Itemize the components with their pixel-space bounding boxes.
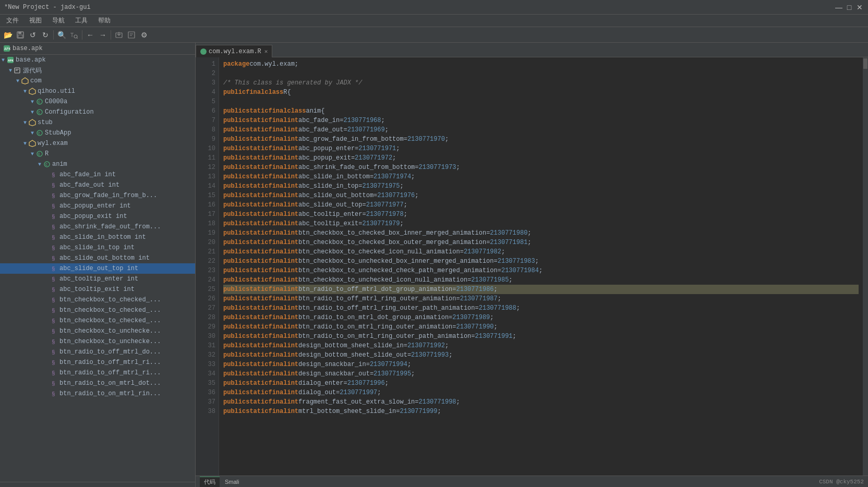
export-button[interactable]: [113, 29, 125, 41]
tree-node-9[interactable]: ▼wyl.exam: [0, 138, 195, 149]
tree-node-27[interactable]: §btn_checkbox_to_unchecke...: [0, 326, 195, 336]
tree-node-14[interactable]: §abc_grow_fade_in_from_b...: [0, 190, 195, 201]
tree-node-32[interactable]: §btn_radio_to_on_mtrl_dot...: [0, 378, 195, 388]
maximize-button[interactable]: □: [845, 3, 853, 11]
sidebar-horizontal-scrollbar[interactable]: [0, 482, 195, 487]
nav-forward-button[interactable]: →: [97, 29, 108, 41]
tree-node-17[interactable]: §abc_shrink_fade_out_from...: [0, 222, 195, 232]
line-number: 35: [196, 379, 215, 388]
tree-node-25[interactable]: §btn_checkbox_to_checked_...: [0, 305, 195, 315]
line-number: 26: [196, 294, 215, 303]
tree-node-6[interactable]: ▼CConfiguration: [0, 107, 195, 117]
tab-close-button[interactable]: ✕: [264, 48, 268, 55]
svg-text:C: C: [38, 100, 40, 104]
tree-node-8[interactable]: ▼CStubApp: [0, 128, 195, 138]
tree-node-label: btn_checkbox_to_checked_...: [59, 317, 161, 324]
svg-text:§: §: [52, 349, 55, 356]
tree-node-icon: §: [50, 171, 58, 179]
svg-rect-2: [18, 35, 22, 38]
tree-node-24[interactable]: §btn_checkbox_to_checked_...: [0, 295, 195, 305]
tree-node-21[interactable]: §abc_slide_out_top int: [0, 263, 195, 274]
tree-node-29[interactable]: §btn_radio_to_off_mtrl_do...: [0, 347, 195, 357]
tree-node-icon: §: [50, 316, 58, 325]
tree-node-arrow: ▼: [37, 162, 43, 167]
tree-node-icon: §: [50, 369, 58, 377]
menu-navigate[interactable]: 导航: [48, 15, 69, 26]
tree-node-label: abc_popup_enter int: [59, 202, 131, 210]
tree-node-icon: §: [50, 358, 58, 367]
tree-node-5[interactable]: ▼CC0000a: [0, 96, 195, 107]
menu-tools[interactable]: 工具: [71, 15, 92, 26]
line-number: 10: [196, 144, 215, 153]
close-button[interactable]: ✕: [855, 3, 864, 11]
tree-node-10[interactable]: ▼CR: [0, 149, 195, 159]
tree-node-23[interactable]: §abc_tooltip_exit int: [0, 284, 195, 295]
tree-node-icon: §: [50, 306, 58, 314]
code-line: public static final int btn_radio_to_on_…: [223, 322, 859, 332]
menu-view[interactable]: 视图: [25, 15, 46, 26]
tree-node-label: 源代码: [23, 66, 42, 75]
tree-node-label: btn_checkbox_to_unchecke...: [59, 327, 161, 335]
code-content[interactable]: package com.wyl.exam; /* This class is g…: [219, 57, 863, 476]
tree-node-1[interactable]: ▼APKbase.apk: [0, 55, 195, 65]
tree-node-icon: §: [50, 285, 58, 294]
tree-node-22[interactable]: §abc_tooltip_enter int: [0, 274, 195, 284]
open-button[interactable]: 📂: [2, 29, 14, 41]
tree-node-26[interactable]: §btn_checkbox_to_checked_...: [0, 315, 195, 326]
tree-node-icon: C: [35, 98, 44, 106]
tree-node-16[interactable]: §abc_popup_exit int: [0, 211, 195, 222]
tree-node-15[interactable]: §abc_popup_enter int: [0, 201, 195, 211]
menu-file[interactable]: 文件: [2, 15, 23, 26]
bottom-bar: 代码 Smali CSDN @cky5252: [196, 476, 868, 487]
right-scrollbar[interactable]: [863, 57, 868, 476]
line-number: 11: [196, 153, 215, 163]
tree-node-30[interactable]: §btn_radio_to_off_mtrl_ri...: [0, 357, 195, 368]
tree-node-label: Configuration: [45, 108, 94, 116]
code-line: public static final int abc_tooltip_ente…: [223, 210, 859, 219]
code-line: public static final int abc_tooltip_exit…: [223, 219, 859, 228]
editor-area: com.wyl.exam.R ✕ 12345678910111213141516…: [196, 43, 868, 487]
tree-node-12[interactable]: §abc_fade_in int: [0, 169, 195, 180]
minimize-button[interactable]: —: [835, 3, 843, 11]
tree-node-4[interactable]: ▼qihoo.util: [0, 86, 195, 96]
reload-button[interactable]: ↺: [27, 29, 39, 41]
tree-node-20[interactable]: §abc_slide_out_bottom int: [0, 253, 195, 263]
redo-button[interactable]: ↻: [40, 29, 51, 41]
tree-node-2[interactable]: ▼源代码: [0, 65, 195, 76]
tree-node-label: qihoo.util: [38, 88, 75, 95]
line-number: 19: [196, 228, 215, 238]
svg-text:§: §: [52, 193, 55, 199]
tree-node-icon: §: [50, 379, 58, 387]
tree-node-arrow: ▼: [29, 151, 35, 157]
code-line: public static final int abc_fade_in = 21…: [223, 116, 859, 125]
bottom-tab-code[interactable]: 代码: [200, 477, 220, 487]
tree-node-31[interactable]: §btn_radio_to_off_mtrl_ri...: [0, 368, 195, 378]
tree-node-7[interactable]: ▼stub: [0, 117, 195, 128]
svg-text:§: §: [52, 224, 55, 230]
save-button[interactable]: [15, 29, 26, 41]
menu-help[interactable]: 帮助: [94, 15, 115, 26]
text-search-button[interactable]: T: [68, 29, 80, 41]
tree-node-3[interactable]: ▼com: [0, 76, 195, 86]
tree-node-arrow: ▼: [22, 120, 28, 126]
window-controls[interactable]: — □ ✕: [835, 3, 864, 11]
editor-tab-R[interactable]: com.wyl.exam.R ✕: [196, 45, 272, 57]
svg-rect-8: [128, 32, 135, 38]
nav-back-button[interactable]: ←: [85, 29, 96, 41]
line-numbers: 1234567891011121314151617181920212223242…: [196, 57, 219, 476]
svg-text:§: §: [52, 287, 55, 293]
right-scrollbar-thumb[interactable]: [863, 58, 867, 69]
tree-node-13[interactable]: §abc_fade_out int: [0, 180, 195, 190]
tree-node-19[interactable]: §abc_slide_in_top int: [0, 242, 195, 253]
svg-text:§: §: [52, 214, 55, 220]
settings-button[interactable]: ⚙: [138, 29, 150, 41]
tree-node-28[interactable]: §btn_checkbox_to_unchecke...: [0, 336, 195, 347]
svg-line-5: [77, 38, 78, 39]
tree-container[interactable]: ▼APKbase.apk▼源代码▼com▼qihoo.util▼CC0000a▼…: [0, 55, 195, 482]
tree-node-11[interactable]: ▼Canim: [0, 159, 195, 169]
tree-node-18[interactable]: §abc_slide_in_bottom int: [0, 232, 195, 242]
decompile-button[interactable]: [126, 29, 137, 41]
search-button[interactable]: 🔍: [56, 29, 67, 41]
bottom-tab-smali[interactable]: Smali: [221, 477, 244, 487]
tree-node-33[interactable]: §btn_radio_to_on_mtrl_rin...: [0, 388, 195, 399]
